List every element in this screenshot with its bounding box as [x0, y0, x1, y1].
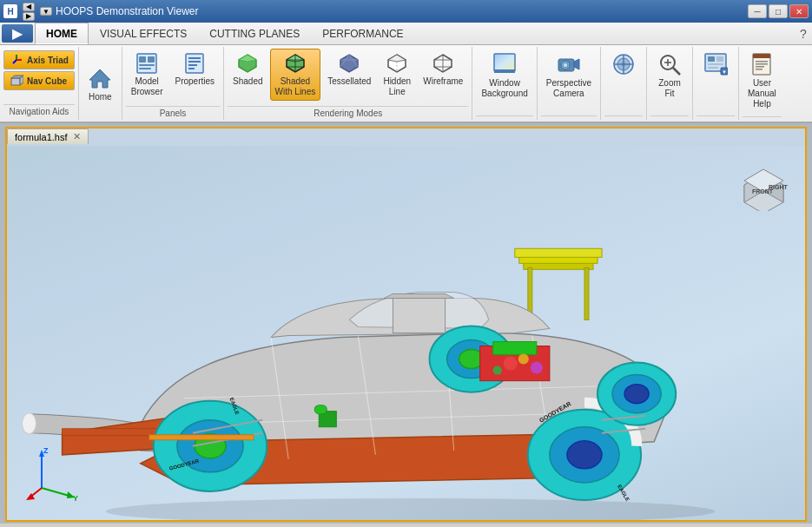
viewport-panel[interactable]: formula1.hsf ✕ FRONT RIGHT	[5, 127, 807, 522]
model-browser-button[interactable]: ModelBrowser	[126, 49, 168, 101]
svg-marker-41	[574, 59, 579, 69]
tessellated-button[interactable]: Tessellated	[322, 49, 376, 90]
window-background-button[interactable]: ▼ WindowBackground	[476, 49, 532, 102]
wireframe-label: Wireframe	[423, 76, 463, 87]
maximize-button[interactable]: □	[769, 4, 788, 18]
ribbon-group-navigation-aids: Axis Triad Nav Cube Navigation Aids	[0, 47, 79, 120]
close-button[interactable]: ✕	[789, 4, 809, 18]
svg-point-70	[106, 498, 716, 520]
svg-rect-11	[139, 68, 151, 69]
menu-item-cutting-planes[interactable]: CUTTING PLANES	[198, 23, 311, 44]
svg-point-40	[563, 63, 568, 68]
ribbon-group-selection: ▼	[693, 47, 739, 120]
svg-point-46	[622, 63, 625, 66]
axis-triad-icon	[10, 53, 23, 67]
hidden-line-icon	[386, 52, 408, 75]
svg-rect-53	[716, 56, 723, 62]
quick-access-forward[interactable]: ▶	[23, 12, 35, 21]
svg-rect-14	[188, 61, 201, 63]
svg-rect-63	[756, 69, 762, 70]
ribbon: Axis Triad Nav Cube Navigation Aids Home	[0, 45, 812, 123]
svg-text:▼: ▼	[722, 69, 727, 75]
ribbon-group-background: ▼ WindowBackground	[472, 47, 537, 120]
svg-marker-18	[239, 55, 256, 62]
shaded-icon	[236, 52, 259, 75]
perspective-camera-icon	[557, 52, 581, 76]
svg-rect-107	[314, 405, 327, 414]
svg-text:Z: Z	[43, 446, 49, 455]
svg-rect-59	[753, 54, 770, 58]
perspective-camera-label: PerspectiveCamera	[546, 78, 591, 99]
selection-icon: ▼	[703, 52, 728, 76]
quick-access-back[interactable]: ◀	[23, 3, 35, 11]
menu-item-home[interactable]: HOME	[35, 23, 89, 44]
svg-text:Y: Y	[73, 494, 78, 503]
zoom-fit-icon	[657, 52, 682, 76]
shaded-with-lines-icon	[284, 52, 307, 75]
nav-cube-widget[interactable]: FRONT RIGHT	[736, 155, 792, 213]
svg-text:RIGHT: RIGHT	[769, 184, 789, 190]
user-manual-help-icon	[749, 52, 774, 76]
nav-cube-button[interactable]: Nav Cube	[3, 71, 75, 90]
window-title: HOOPS Demonstration Viewer	[56, 5, 199, 17]
ribbon-group-rendering-modes: Shaded ShadedWith Lines	[224, 47, 472, 120]
shaded-with-lines-button[interactable]: ShadedWith Lines	[270, 49, 321, 101]
minimize-button[interactable]: ─	[748, 4, 767, 18]
tessellated-label: Tessellated	[327, 76, 371, 87]
home-label: Home	[89, 92, 112, 102]
navigation-button[interactable]	[604, 49, 643, 82]
menu-bar: ▶ HOME VISUAL EFFECTS CUTTING PLANES PER…	[0, 23, 812, 45]
menu-item-performance[interactable]: PERFORMANCE	[311, 23, 414, 44]
zoom-fit-label: ZoomFit	[658, 78, 681, 99]
panels-group-label: Panels	[126, 106, 220, 120]
hidden-line-label: HiddenLine	[383, 76, 411, 97]
model-browser-icon	[135, 52, 158, 75]
app-logo: ▶	[2, 24, 33, 43]
svg-point-80	[567, 441, 602, 469]
user-manual-help-button[interactable]: UserManualHelp	[743, 49, 782, 113]
properties-button[interactable]: Properties	[170, 49, 221, 90]
svg-rect-35	[494, 54, 515, 71]
quick-access-menu[interactable]: ▼	[40, 7, 52, 16]
svg-rect-55	[708, 67, 718, 69]
wireframe-icon	[432, 52, 454, 75]
svg-text:▼: ▼	[504, 73, 506, 76]
perspective-camera-button[interactable]: PerspectiveCamera	[541, 49, 597, 102]
coordinate-axes: Z Y	[24, 445, 85, 507]
rendering-modes-group-label: Rendering Modes	[228, 106, 468, 120]
axis-triad-label: Axis Triad	[27, 56, 69, 65]
3d-scene[interactable]: FRONT RIGHT	[7, 146, 805, 520]
hidden-line-button[interactable]: HiddenLine	[378, 49, 416, 101]
axis-triad-button[interactable]: Axis Triad	[3, 50, 75, 69]
svg-line-48	[673, 68, 680, 75]
selection-button[interactable]: ▼	[696, 49, 735, 82]
viewport-tab[interactable]: formula1.hsf ✕	[7, 128, 89, 144]
svg-rect-15	[188, 64, 197, 66]
svg-rect-3	[11, 78, 20, 85]
svg-text:EAGLE: EAGLE	[617, 484, 630, 502]
properties-icon	[183, 52, 206, 75]
title-bar: H ◀ ▶ ▼ HOOPS Demonstration Viewer ─ □ ✕	[0, 0, 812, 23]
svg-rect-54	[708, 63, 723, 65]
user-manual-help-label: UserManualHelp	[748, 78, 776, 109]
window-background-icon: ▼	[492, 52, 517, 76]
ribbon-group-navigation	[601, 47, 647, 120]
window-background-label: WindowBackground	[481, 78, 527, 99]
svg-rect-16	[188, 68, 195, 69]
menu-item-visual-effects[interactable]: VISUAL EFFECTS	[89, 23, 198, 44]
viewport-tab-label: formula1.hsf	[15, 132, 68, 142]
zoom-fit-button[interactable]: ZoomFit	[650, 49, 689, 102]
home-button[interactable]: Home	[79, 47, 122, 120]
main-area: formula1.hsf ✕ FRONT RIGHT	[0, 123, 812, 524]
wireframe-button[interactable]: Wireframe	[418, 49, 468, 90]
help-icon[interactable]: ?	[795, 23, 812, 44]
svg-rect-61	[756, 63, 768, 65]
svg-rect-60	[756, 61, 768, 63]
nav-cube-label: Nav Cube	[27, 76, 67, 86]
shaded-button[interactable]: Shaded	[228, 49, 267, 90]
tessellated-icon	[338, 52, 360, 75]
viewport-tab-close[interactable]: ✕	[73, 131, 81, 142]
shaded-label: Shaded	[233, 76, 262, 87]
svg-point-98	[531, 362, 543, 374]
svg-rect-95	[493, 342, 537, 355]
